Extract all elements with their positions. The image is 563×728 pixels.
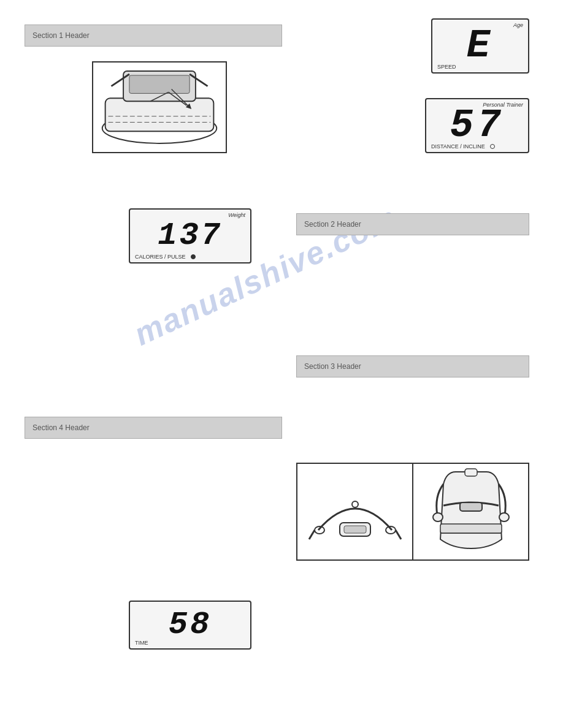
- distance-label-top: Personal Trainer: [483, 102, 523, 108]
- section4-header-area: Section 4 Header: [25, 417, 282, 439]
- calories-label-top: Weight: [228, 212, 245, 218]
- svg-line-16: [396, 530, 401, 539]
- treadmill-illustration: [92, 61, 227, 153]
- distance-dot: [490, 144, 495, 149]
- section1-bar: Section 1 Header: [25, 25, 282, 47]
- calories-display: Weight 137 CALORIES / PULSE: [129, 208, 251, 264]
- heartrate-strap-device: [297, 464, 413, 559]
- person-svg: [422, 466, 520, 558]
- calories-dot: [191, 254, 196, 259]
- svg-rect-19: [460, 502, 482, 511]
- section2-header-area: Section 2 Header: [296, 213, 529, 235]
- distance-value: 57: [450, 106, 505, 145]
- calories-value: 137: [158, 220, 223, 252]
- section4-bar: Section 4 Header: [25, 417, 282, 439]
- section3-bar: Section 3 Header: [296, 355, 529, 377]
- section2-bar: Section 2 Header: [296, 213, 529, 235]
- section1-bar-label: Section 1 Header: [33, 31, 90, 40]
- svg-point-21: [499, 513, 509, 521]
- svg-rect-1: [105, 98, 214, 131]
- time-value: 58: [169, 609, 212, 641]
- calories-label-bottom: CALORIES / PULSE: [135, 254, 196, 260]
- section1-header-bar: Section 1 Header: [25, 25, 282, 47]
- distance-display: Personal Trainer 57 DISTANCE / INCLINE: [425, 98, 529, 153]
- speed-value: E: [467, 26, 494, 66]
- svg-line-15: [309, 530, 315, 539]
- svg-rect-3: [129, 75, 190, 93]
- svg-point-20: [433, 513, 443, 521]
- svg-rect-18: [440, 524, 502, 533]
- speed-label-bottom: SPEED: [437, 64, 456, 70]
- heartrate-wearing-illustration: [413, 464, 528, 559]
- svg-point-17: [352, 501, 358, 507]
- heartrate-illustration-container: [296, 463, 529, 561]
- section2-bar-label: Section 2 Header: [304, 220, 361, 229]
- section4-bar-label: Section 4 Header: [33, 423, 90, 432]
- speed-display: Age E SPEED: [431, 18, 529, 74]
- svg-rect-12: [344, 526, 366, 533]
- time-label-bottom: TIME: [135, 640, 148, 646]
- strap-svg: [306, 469, 404, 555]
- svg-rect-23: [465, 469, 477, 476]
- section3-header-area: Section 3 Header: [296, 355, 529, 377]
- distance-label-bottom: DISTANCE / INCLINE: [431, 143, 495, 150]
- section3-bar-label: Section 3 Header: [304, 362, 361, 371]
- speed-label-top: Age: [513, 22, 523, 28]
- time-display: 58 TIME: [129, 601, 251, 650]
- treadmill-svg: [93, 61, 226, 153]
